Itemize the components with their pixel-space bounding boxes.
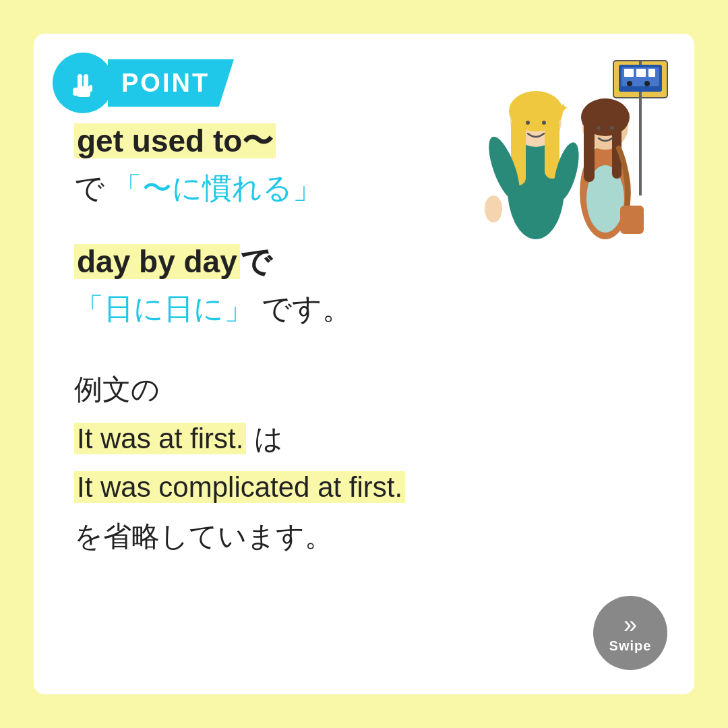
svg-rect-6 <box>89 85 92 92</box>
swipe-label: Swipe <box>609 638 652 654</box>
highlight-day-by-day: day by day <box>74 244 240 279</box>
line-get-used-to: get used to〜 <box>74 121 654 162</box>
svg-point-14 <box>627 81 632 86</box>
line2-blue: 「〜に慣れる」 <box>113 171 322 204</box>
svg-rect-5 <box>84 82 88 89</box>
section-example: 例文の It was at first. は It was complicate… <box>74 370 654 557</box>
svg-rect-11 <box>624 69 634 77</box>
line-it-was-at-first: It was at first. は <box>74 419 654 459</box>
highlight-get-used-to: get used to〜 <box>74 123 276 158</box>
line4-suffix: です。 <box>253 292 352 325</box>
line-nareru: で 「〜に慣れる」 <box>74 167 654 209</box>
highlight-complicated: It was complicated at first. <box>74 471 405 503</box>
swipe-button[interactable]: » Swipe <box>593 596 667 670</box>
line-hinichini: 「日に日に」 です。 <box>74 288 654 330</box>
outer-border: POINT <box>13 13 715 715</box>
point-text: POINT <box>121 69 210 97</box>
hand-icon <box>63 63 102 102</box>
svg-rect-12 <box>636 69 646 77</box>
main-content: get used to〜 で 「〜に慣れる」 day by dayで 「日に日に… <box>74 121 654 557</box>
point-label-banner: POINT <box>108 59 234 107</box>
line3-suffix: で <box>240 244 272 279</box>
svg-point-15 <box>644 81 650 86</box>
line2-prefix: で <box>74 171 113 204</box>
svg-rect-2 <box>73 88 78 96</box>
point-circle-icon <box>53 53 113 113</box>
svg-rect-3 <box>78 74 82 89</box>
line-it-was-complicated: It was complicated at first. <box>74 468 654 508</box>
line4-blue: 「日に日に」 <box>74 292 253 325</box>
swipe-arrows-icon: » <box>624 613 637 637</box>
svg-rect-13 <box>648 69 655 77</box>
line-reibun: 例文の <box>74 370 654 410</box>
section-day-by-day: day by dayで 「日に日に」 です。 <box>74 242 654 329</box>
highlight-it-was: It was at first. <box>74 423 246 454</box>
line-shoryaku: を省略しています。 <box>74 517 654 557</box>
point-banner: POINT <box>53 53 234 113</box>
line-day-by-day: day by dayで <box>74 242 654 282</box>
card: POINT <box>34 34 694 694</box>
line6-suffix: は <box>246 423 283 454</box>
svg-text:✦: ✦ <box>557 100 569 117</box>
